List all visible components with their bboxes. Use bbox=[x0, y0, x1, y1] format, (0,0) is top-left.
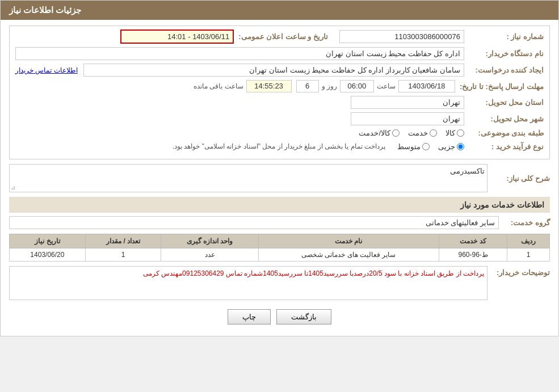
page-header: جزئیات اطلاعات نیاز bbox=[1, 1, 558, 20]
services-table: ردیف کد خدمت نام خدمت واحد اندازه گیری ت… bbox=[9, 234, 550, 262]
row-grouh: گروه خدمت: سایر فعالیتهای خدماتی bbox=[9, 216, 550, 229]
farayand-label: نوع فرآیند خرید : bbox=[464, 142, 544, 151]
ostan-value: تهران bbox=[351, 96, 464, 109]
ijad-label: ایجاد کننده درخواست: bbox=[464, 66, 544, 74]
row-shomare-tarikh: شماره نیاز : 1103003086000076 تاریخ و سا… bbox=[15, 29, 544, 44]
radio-khadamat: خدمت bbox=[408, 129, 437, 137]
button-row: بازگشت چاپ bbox=[9, 304, 550, 330]
col-tedad: تعداد / مقدار bbox=[85, 234, 161, 248]
resize-handle: ⊿ bbox=[11, 184, 15, 191]
col-radif: ردیف bbox=[507, 234, 550, 248]
mohlet-saat: 06:00 bbox=[340, 80, 374, 92]
shahr-value: تهران bbox=[351, 112, 464, 125]
tarikh-value: 1403/06/11 - 14:01 bbox=[120, 29, 234, 44]
khadamat-section-title: اطلاعات خدمات مورد نیاز bbox=[9, 197, 550, 213]
tarikh-label: تاریخ و ساعت اعلان عمومی: bbox=[234, 32, 328, 41]
cell-tedad: 1 bbox=[85, 248, 161, 262]
cell-tarikh: 1403/06/20 bbox=[10, 248, 86, 262]
radio-khadamat-label: خدمت bbox=[408, 129, 428, 137]
page-title: جزئیات اطلاعات نیاز bbox=[9, 5, 81, 15]
main-content: شماره نیاز : 1103003086000076 تاریخ و سا… bbox=[1, 20, 558, 336]
col-nam: نام خدمت bbox=[258, 234, 439, 248]
btn-bazgasht[interactable]: بازگشت bbox=[276, 309, 331, 324]
ijad-value: سامان شافعیان کاربرداز اداره کل حفاظت مح… bbox=[83, 64, 464, 77]
row-mohlet: مهلت ارسال پاسخ: تا تاریخ: 1403/06/18 سا… bbox=[15, 80, 544, 92]
description-box: پرداخت از طریق اسناد خزانه با سود 20/5در… bbox=[9, 266, 487, 300]
grouh-label: گروه خدمت: bbox=[499, 218, 550, 227]
shomare-niaz-label: شماره نیاز : bbox=[464, 32, 544, 41]
radio-kala-khadamat-label: کالا/خدمت bbox=[359, 129, 390, 137]
page-wrapper: جزئیات اطلاعات نیاز شماره نیاز : 1103003… bbox=[0, 0, 559, 336]
btn-chap[interactable]: چاپ bbox=[228, 309, 271, 324]
mohlet-date: 1403/06/18 bbox=[398, 80, 455, 92]
shomare-niaz-value: 1103003086000076 bbox=[339, 30, 464, 43]
farayand-radios: جزیی متوسط bbox=[397, 142, 464, 151]
cell-radif: 1 bbox=[507, 248, 550, 262]
row-nam-dastgah: نام دستگاه خریدار: اداره کل حفاظت محیط ز… bbox=[15, 47, 544, 60]
mohlet-roz: 6 bbox=[296, 80, 319, 92]
row-ijad: ایجاد کننده درخواست: سامان شافعیان کاربر… bbox=[15, 64, 544, 77]
row-tabaqe: طبقه بندی موضوعی: کالا خدمت کالا/خدمت bbox=[15, 129, 544, 137]
col-kod: کد خدمت bbox=[439, 234, 507, 248]
tabaqe-label: طبقه بندی موضوعی: bbox=[464, 129, 544, 137]
ostan-label: استان محل تحویل: bbox=[464, 98, 544, 107]
row-description: توضیحات خریدار: پرداخت از طریق اسناد خزا… bbox=[9, 266, 550, 300]
sharh-value: تاکسیدرمی bbox=[450, 167, 485, 175]
mohlet-countdown: 14:55:23 bbox=[246, 80, 292, 92]
sharh-label: شرح کلی نیاز: bbox=[487, 174, 550, 183]
farayand-note: پرداخت تمام یا بخشی از مبلغ خریدار از مح… bbox=[169, 141, 389, 152]
row-shahr: شهر محل تحویل: تهران bbox=[15, 112, 544, 125]
desc-label: توضیحات خریدار: bbox=[487, 266, 550, 277]
table-row: 1ط-96-960سایر فعالیت های خدماتی شخصیعدد1… bbox=[10, 248, 550, 262]
radio-kala-label: کالا bbox=[445, 129, 455, 137]
tabaqe-radios: کالا خدمت کالا/خدمت bbox=[359, 129, 464, 137]
radio-kala-khadamat: کالا/خدمت bbox=[359, 129, 400, 137]
mohlet-saat-label: ساعت bbox=[377, 82, 396, 90]
nam-dastgah-label: نام دستگاه خریدار: bbox=[464, 49, 544, 58]
ettelaat-link[interactable]: اطلاعات تماس خریدار bbox=[15, 66, 78, 74]
mohlet-label: مهلت ارسال پاسخ: تا تاریخ: bbox=[455, 82, 544, 91]
radio-khadamat-input[interactable] bbox=[430, 129, 437, 137]
description-text: پرداخت از طریق اسناد خزانه با سود 20/5در… bbox=[143, 269, 484, 277]
sharh-box: تاکسیدرمی ⊿ bbox=[9, 164, 487, 192]
col-tarikh: تاریخ نیاز bbox=[10, 234, 86, 248]
radio-kala: کالا bbox=[445, 129, 464, 137]
col-vahed: واحد اندازه گیری bbox=[161, 234, 258, 248]
cell-kod: ط-96-960 bbox=[439, 248, 507, 262]
cell-nam: سایر فعالیت های خدماتی شخصی bbox=[258, 248, 439, 262]
mohlet-roz-label: روز و bbox=[322, 82, 337, 90]
radio-jazzi-input[interactable] bbox=[457, 143, 464, 150]
grouh-value: سایر فعالیتهای خدماتی bbox=[9, 216, 499, 229]
radio-motavasset-input[interactable] bbox=[422, 143, 430, 150]
row-sharh: شرح کلی نیاز: تاکسیدرمی ⊿ bbox=[9, 164, 550, 192]
radio-kala-khadamat-input[interactable] bbox=[392, 129, 400, 137]
radio-motavasset: متوسط bbox=[397, 142, 430, 151]
main-info-section: شماره نیاز : 1103003086000076 تاریخ و سا… bbox=[9, 26, 550, 159]
radio-jazzi: جزیی bbox=[438, 142, 464, 151]
radio-jazzi-label: جزیی bbox=[438, 142, 455, 151]
cell-vahed: عدد bbox=[161, 248, 258, 262]
radio-kala-input[interactable] bbox=[457, 129, 464, 137]
radio-motavasset-label: متوسط bbox=[397, 142, 421, 151]
nam-dastgah-value: اداره کل حفاظت محیط زیست استان تهران bbox=[15, 47, 464, 60]
mohlet-maande-label: ساعت باقی مانده bbox=[194, 82, 243, 90]
row-farayand: نوع فرآیند خرید : جزیی متوسط پرداخت تمام… bbox=[15, 141, 544, 152]
row-ostan: استان محل تحویل: تهران bbox=[15, 96, 544, 109]
shahr-label: شهر محل تحویل: bbox=[464, 115, 544, 123]
